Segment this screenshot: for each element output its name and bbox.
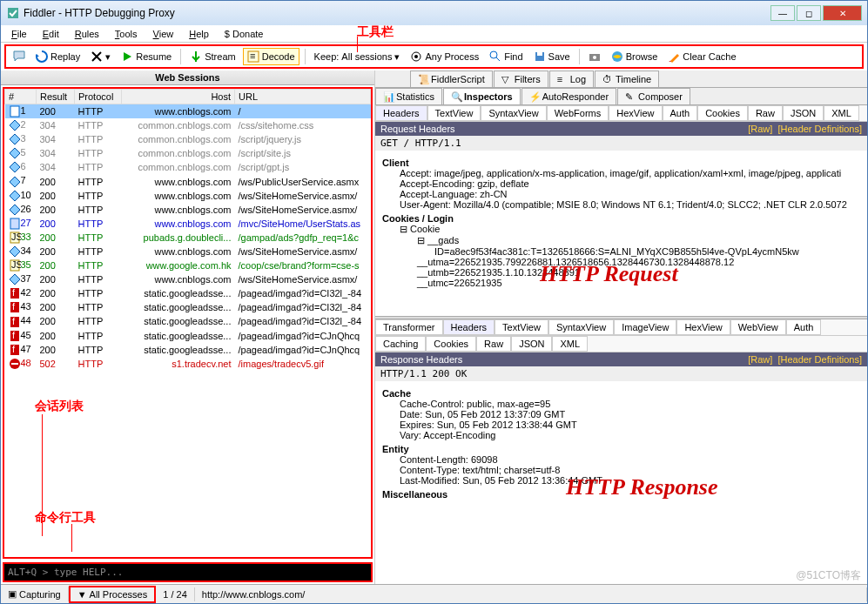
resptab-transformer[interactable]: Transformer	[375, 319, 443, 335]
session-row[interactable]: 48502HTTPs1.tradecv.net/images/tradecv5.…	[5, 357, 371, 371]
reqtab-xml[interactable]: XML	[824, 105, 859, 121]
svg-rect-12	[10, 218, 19, 229]
req-utmb: __utmb=226521935.1.10.1328448891	[382, 267, 860, 278]
session-row[interactable]: 10200HTTPwww.cnblogs.com/ws/SiteHomeServ…	[5, 189, 371, 203]
reqtab-syntaxview[interactable]: SyntaxView	[481, 105, 546, 121]
session-row[interactable]: 3304HTTPcommon.cnblogs.com/script/jquery…	[5, 132, 371, 146]
tab-fiddlerscript[interactable]: 📜FiddlerScript	[410, 70, 493, 87]
right-pane: 📜FiddlerScript ▽Filters ≡Log ⏱Timeline 📊…	[375, 70, 867, 584]
command-line[interactable]: ALT+Q > type HELP...	[3, 562, 373, 582]
watermark: @51CTO博客	[796, 568, 861, 583]
status-all-processes[interactable]: ▼All Processes	[69, 586, 157, 603]
resptab-caching[interactable]: Caching	[375, 336, 426, 352]
session-row[interactable]: 7200HTTPwww.cnblogs.com/ws/PublicUserSer…	[5, 174, 371, 188]
resptab-webview[interactable]: WebView	[730, 319, 786, 335]
req-raw-link[interactable]: [Raw]	[748, 124, 772, 134]
minimize-button[interactable]: —	[770, 5, 795, 21]
session-row[interactable]: f44200HTTPstatic.googleadsse.../pagead/i…	[5, 314, 371, 328]
request-body: Client Accept: image/jpeg, application/x…	[375, 151, 867, 316]
resptab-headers[interactable]: Headers	[443, 319, 495, 335]
session-row[interactable]: 2304HTTPcommon.cnblogs.com/css/sitehome.…	[5, 118, 371, 132]
col-result[interactable]: Result	[37, 90, 75, 104]
comment-button[interactable]	[10, 49, 29, 64]
tab-inspectors[interactable]: 🔍Inspectors	[443, 88, 521, 104]
session-row[interactable]: f42200HTTPstatic.googleadsse.../pagead/i…	[5, 286, 371, 300]
any-process-button[interactable]: Any Process	[407, 49, 482, 64]
resp-expires: Expires: Sun, 05 Feb 2012 13:38:44 GMT	[382, 419, 860, 430]
window-buttons: — ◻ ✕	[770, 5, 862, 21]
remove-button[interactable]: ▾	[87, 49, 114, 64]
clear-cache-button[interactable]: Clear Cache	[664, 49, 739, 64]
menu-view[interactable]: View	[146, 27, 181, 41]
reqtab-headers[interactable]: Headers	[375, 105, 427, 121]
menu-edit[interactable]: Edit	[36, 27, 66, 41]
resp-defs-link[interactable]: [Header Definitions]	[777, 354, 862, 365]
tab-autoresponder[interactable]: ⚡AutoResponder	[521, 88, 616, 104]
menu-tools[interactable]: Tools	[108, 27, 145, 41]
tab-composer[interactable]: ✎Composer	[617, 88, 690, 104]
menu-rules[interactable]: Rules	[68, 27, 106, 41]
top-tabs-row2: 📊Statistics 🔍Inspectors ⚡AutoResponder ✎…	[375, 88, 867, 105]
menu-donate[interactable]: $ Donate	[218, 27, 271, 41]
resptab-auth[interactable]: Auth	[786, 319, 822, 335]
session-row[interactable]: f45200HTTPstatic.googleadsse.../pagead/i…	[5, 329, 371, 343]
close-button[interactable]: ✕	[823, 5, 862, 21]
session-row[interactable]: 1200HTTPwww.cnblogs.com/	[5, 104, 371, 119]
resptab-syntaxview[interactable]: SyntaxView	[548, 319, 614, 335]
browse-button[interactable]: Browse	[608, 49, 662, 64]
window-title: Fiddler - HTTP Debugging Proxy	[24, 7, 770, 19]
session-row[interactable]: 37200HTTPwww.cnblogs.com/ws/SiteHomeServ…	[5, 272, 371, 286]
reqtab-webforms[interactable]: WebForms	[547, 105, 609, 121]
resptab-imageview[interactable]: ImageView	[614, 319, 676, 335]
resume-button[interactable]: Resume	[118, 49, 175, 64]
session-row[interactable]: 34200HTTPwww.cnblogs.com/ws/SiteHomeServ…	[5, 245, 371, 258]
resptab-hexview[interactable]: HexView	[676, 319, 730, 335]
reqtab-auth[interactable]: Auth	[663, 105, 698, 121]
req-defs-link[interactable]: [Header Definitions]	[777, 124, 862, 134]
session-row[interactable]: 27200HTTPwww.cnblogs.com/mvc/SiteHome/Us…	[5, 217, 371, 231]
reqtab-raw[interactable]: Raw	[748, 105, 783, 121]
resptab-xml[interactable]: XML	[552, 336, 588, 352]
menu-file[interactable]: File	[4, 27, 34, 41]
timeline-icon: ⏱	[602, 74, 613, 84]
session-row[interactable]: JS35200HTTPwww.google.com.hk/coop/cse/br…	[5, 258, 371, 272]
decode-button[interactable]: ≡Decode	[243, 48, 299, 65]
session-row[interactable]: 6304HTTPcommon.cnblogs.com/script/gpt.js	[5, 160, 371, 174]
menu-help[interactable]: Help	[182, 27, 216, 41]
find-button[interactable]: Find	[486, 49, 526, 64]
resptab-raw[interactable]: Raw	[476, 336, 511, 352]
tab-statistics[interactable]: 📊Statistics	[375, 88, 442, 104]
col-protocol[interactable]: Protocol	[75, 90, 122, 104]
replay-icon	[36, 50, 48, 63]
resp-raw-link[interactable]: [Raw]	[748, 354, 772, 365]
reqtab-cookies[interactable]: Cookies	[697, 105, 748, 121]
sessions-grid[interactable]: # Result Protocol Host URL 1200HTTPwww.c…	[3, 87, 373, 559]
col-url[interactable]: URL	[235, 90, 371, 104]
col-host[interactable]: Host	[122, 90, 235, 104]
session-row[interactable]: f47200HTTPstatic.googleadsse.../pagead/i…	[5, 343, 371, 357]
resptab-textview[interactable]: TextView	[495, 319, 548, 335]
resptab-json[interactable]: JSON	[511, 336, 552, 352]
session-row[interactable]: 5304HTTPcommon.cnblogs.com/script/site.j…	[5, 146, 371, 160]
col-num[interactable]: #	[5, 90, 37, 104]
save-button[interactable]: Save	[530, 49, 574, 64]
tab-filters[interactable]: ▽Filters	[494, 70, 548, 87]
stream-button[interactable]: Stream	[186, 49, 239, 64]
resptab-cookies[interactable]: Cookies	[426, 336, 476, 352]
tab-log[interactable]: ≡Log	[549, 70, 594, 87]
session-row[interactable]: JS33200HTTPpubads.g.doublecli.../gampad/…	[5, 231, 371, 245]
session-row[interactable]: f43200HTTPstatic.googleadsse.../pagead/i…	[5, 300, 371, 314]
req-client-group: Client	[382, 158, 860, 168]
screenshot-button[interactable]	[585, 49, 604, 64]
maximize-button[interactable]: ◻	[797, 5, 821, 21]
reqtab-hexview[interactable]: HexView	[609, 105, 662, 121]
tab-timeline[interactable]: ⏱Timeline	[595, 70, 659, 87]
replay-button[interactable]: Replay	[32, 49, 84, 64]
toolbar: Replay ▾ Resume Stream ≡Decode Keep: All…	[4, 44, 864, 69]
keep-dropdown[interactable]: Keep: All sessions ▾	[311, 50, 404, 64]
status-capturing[interactable]: ▣Capturing	[1, 587, 69, 601]
session-row[interactable]: 26200HTTPwww.cnblogs.com/ws/SiteHomeServ…	[5, 203, 371, 217]
svg-text:JS: JS	[11, 232, 21, 242]
reqtab-textview[interactable]: TextView	[427, 105, 481, 121]
reqtab-json[interactable]: JSON	[783, 105, 824, 121]
